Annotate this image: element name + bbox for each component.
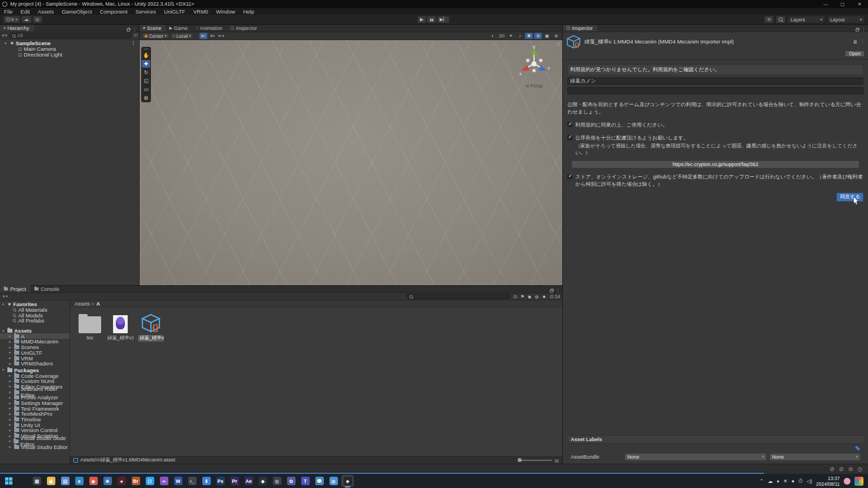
chat-icon[interactable]: 💬 (313, 475, 326, 487)
menu-item[interactable]: Assets (34, 8, 58, 15)
foldout-icon[interactable]: ▸ (9, 417, 12, 422)
asset-item-tex[interactable]: tex (77, 313, 103, 341)
favorites-item[interactable]: All Prefabs (0, 318, 70, 324)
hierarchy-item[interactable]: ◫ Directional Light (0, 51, 139, 57)
create-button[interactable]: +▾ (2, 33, 7, 38)
scene-picking-icon[interactable]: ⎚ (134, 33, 137, 38)
menu-item[interactable]: VRM0 (189, 8, 212, 15)
kebab-menu-icon[interactable]: ⋮ (861, 28, 866, 32)
foldout-icon[interactable]: ▸ (9, 345, 12, 350)
menu-item[interactable]: Component (96, 8, 132, 15)
photos-icon[interactable]: ❀ (101, 475, 114, 487)
unity-icon[interactable]: ◈ (341, 475, 354, 487)
cloud-build-icon[interactable]: ⊘ (848, 466, 853, 472)
cache-server-icon[interactable]: ⊘ (830, 466, 834, 472)
foldout-icon[interactable]: ▸ (9, 434, 12, 438)
hierarchy-search-input[interactable]: All (9, 33, 132, 38)
undo-history-button[interactable]: ⟲ (764, 16, 774, 23)
breadcrumb-assets[interactable]: Assets (75, 301, 90, 307)
assets-root[interactable]: ▾ Assets (0, 328, 70, 334)
foldout-icon[interactable]: ▸ (9, 356, 12, 360)
info-icon[interactable]: ◍ (535, 294, 539, 299)
bluetooth-icon[interactable]: ● (792, 478, 795, 484)
hidden-count-badge[interactable]: ⊙14 (549, 294, 560, 299)
foldout-icon[interactable]: ▸ (9, 350, 12, 355)
favorites-star-icon[interactable]: ★ (542, 294, 546, 299)
krita-icon[interactable]: ✿ (285, 475, 297, 487)
list-view-icon[interactable]: ▤ (554, 458, 559, 463)
layers-dropdown[interactable]: Layers ▾ (788, 16, 825, 23)
effects-toggle-icon[interactable]: ❋ (525, 33, 533, 39)
terminal-icon[interactable]: ›_ (186, 475, 198, 487)
Console[interactable]: Console (31, 285, 64, 293)
empty-field[interactable] (567, 87, 863, 94)
foldout-icon[interactable]: ▸ (9, 422, 12, 427)
teams-icon[interactable]: T (299, 475, 311, 487)
move-tool[interactable]: ✚ (142, 59, 150, 68)
progress-icon[interactable]: ◷ (857, 466, 862, 472)
display-icon[interactable]: ⎙ (798, 478, 802, 484)
increment-snap-icon[interactable]: #▾ (209, 33, 216, 39)
foldout-icon[interactable]: ▾ (5, 41, 8, 46)
premiere-icon[interactable]: Pr (228, 475, 241, 487)
menu-item[interactable]: Edit (16, 8, 33, 15)
menu-item[interactable]: Help (239, 8, 258, 15)
foldout-icon[interactable]: ▸ (9, 401, 12, 406)
foldout-icon[interactable]: ▸ (9, 339, 12, 344)
maximize-button[interactable]: ▢ (834, 2, 851, 7)
minimize-button[interactable]: — (817, 2, 834, 7)
scene-viewport[interactable]: ✋ ✚ ↻ ◱ ▭ ◍ (140, 40, 562, 285)
foldout-icon[interactable]: ▸ (9, 428, 12, 433)
kebab-menu-icon[interactable]: ⋮ (132, 28, 137, 32)
account-dropdown[interactable]: E ▾ (3, 16, 20, 23)
view-hand-tool[interactable]: ✋ (142, 51, 150, 59)
hierarchy-scene-row[interactable]: ▾ ❖ SampleScene ⋮ (0, 41, 139, 46)
foldout-icon[interactable]: ▸ (9, 384, 12, 389)
bridge-icon[interactable]: Br (129, 475, 142, 487)
transform-tool[interactable]: ◍ (142, 93, 150, 102)
foldout-icon[interactable]: ▸ (9, 439, 12, 443)
breadcrumb-folder[interactable]: A (97, 301, 101, 307)
assets-tree-item[interactable]: ▸ UniGLTF (0, 350, 70, 356)
close-tray-icon[interactable]: ✕ (783, 478, 788, 484)
scene-lighting-icon[interactable]: ✦ (507, 33, 515, 39)
grid-snap-icon[interactable]: #▾ (199, 33, 207, 39)
Animation[interactable]: ◔ Animation (192, 24, 227, 32)
word-icon[interactable]: W (172, 475, 184, 487)
gizmos-icon[interactable]: ⊕ (552, 33, 560, 39)
lock-icon[interactable] (127, 29, 130, 32)
search-by-label-icon[interactable]: ⚑ (520, 294, 524, 299)
foldout-icon[interactable]: ▸ (9, 412, 12, 416)
Game[interactable]: ▶ Game (166, 24, 192, 32)
checkbox[interactable] (567, 135, 572, 140)
close-button[interactable]: ✕ (851, 2, 868, 7)
menu-item[interactable]: Services (132, 8, 160, 15)
search-by-type-icon[interactable]: ⊡ (513, 294, 517, 299)
microphone-icon[interactable]: ♦ (776, 478, 779, 484)
media-app-icon[interactable]: ◆ (257, 475, 269, 487)
2d-toggle[interactable]: 2D (498, 33, 506, 39)
menu-item[interactable]: Window (212, 8, 239, 15)
label-icon[interactable]: ◆ (528, 294, 531, 299)
camera-settings-icon[interactable]: ▣ (543, 33, 551, 39)
edge-icon[interactable]: e (73, 475, 85, 487)
label-tag-icon[interactable] (855, 446, 860, 451)
search-icon[interactable] (16, 475, 29, 487)
search-button[interactable] (776, 16, 785, 23)
assetbundle-dropdown[interactable]: None▾ (625, 454, 766, 460)
windows-start-button[interactable] (2, 475, 15, 487)
foldout-icon[interactable]: ▸ (9, 373, 12, 378)
create-button[interactable]: +▾ (2, 294, 8, 299)
foldout-icon[interactable]: ▸ (9, 361, 12, 366)
foldout-icon[interactable]: ▸ (9, 379, 12, 384)
lock-icon[interactable] (550, 290, 553, 293)
Project[interactable]: Project (0, 285, 31, 293)
assetbundle-variant-dropdown[interactable]: None▾ (770, 454, 860, 460)
menu-item[interactable]: File (0, 8, 16, 15)
chrome-icon[interactable]: ◉ (87, 475, 99, 487)
kebab-menu-icon[interactable]: ⋮ (555, 289, 560, 293)
onedrive-icon[interactable]: ☁ (767, 478, 772, 484)
file-explorer-icon[interactable]: ▣ (45, 475, 57, 487)
faq-url-button[interactable]: https://ec.crypton.co.jp/support/faq/362 (572, 161, 859, 168)
kebab-menu-icon[interactable]: ⋮ (131, 42, 139, 45)
